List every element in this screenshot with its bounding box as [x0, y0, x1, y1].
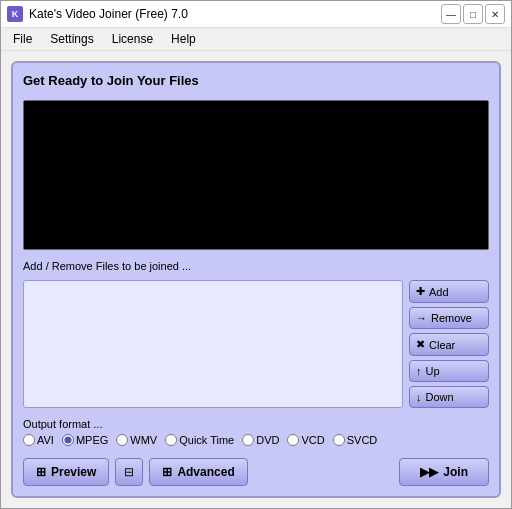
panel: Get Ready to Join Your Files Add / Remov… — [11, 61, 501, 498]
preview-icon: ⊞ — [36, 465, 46, 479]
menu-file[interactable]: File — [5, 30, 40, 48]
menu-bar: File Settings License Help — [1, 28, 511, 51]
file-buttons: ✚ Add → Remove ✖ Clear ↑ Up — [409, 280, 489, 408]
close-button[interactable]: ✕ — [485, 4, 505, 24]
remove-icon: → — [416, 312, 427, 324]
maximize-button[interactable]: □ — [463, 4, 483, 24]
menu-settings[interactable]: Settings — [42, 30, 101, 48]
minimize-button[interactable]: — — [441, 4, 461, 24]
main-content: Get Ready to Join Your Files Add / Remov… — [1, 51, 511, 508]
output-format: Output format ... AVI MPEG WMV — [23, 418, 489, 446]
app-icon: K — [7, 6, 23, 22]
down-button[interactable]: ↓ Down — [409, 386, 489, 408]
clear-icon: ✖ — [416, 338, 425, 351]
format-quicktime[interactable]: Quick Time — [165, 434, 234, 446]
join-button[interactable]: ▶▶ Join — [399, 458, 489, 486]
format-dvd[interactable]: DVD — [242, 434, 279, 446]
remove-button[interactable]: → Remove — [409, 307, 489, 329]
advanced-button[interactable]: ⊞ Advanced — [149, 458, 247, 486]
up-icon: ↑ — [416, 365, 422, 377]
format-avi[interactable]: AVI — [23, 434, 54, 446]
panel-title: Get Ready to Join Your Files — [23, 73, 489, 88]
main-window: K Kate's Video Joiner (Free) 7.0 — □ ✕ F… — [0, 0, 512, 509]
bottom-bar: ⊞ Preview ⊟ ⊞ Advanced ▶▶ Join — [23, 458, 489, 486]
format-mpeg[interactable]: MPEG — [62, 434, 108, 446]
file-section: ✚ Add → Remove ✖ Clear ↑ Up — [23, 280, 489, 408]
menu-license[interactable]: License — [104, 30, 161, 48]
format-wmv[interactable]: WMV — [116, 434, 157, 446]
join-icon: ▶▶ — [420, 465, 438, 479]
down-icon: ↓ — [416, 391, 422, 403]
menu-help[interactable]: Help — [163, 30, 204, 48]
up-button[interactable]: ↑ Up — [409, 360, 489, 382]
clear-button[interactable]: ✖ Clear — [409, 333, 489, 356]
format-vcd[interactable]: VCD — [287, 434, 324, 446]
format-svcd[interactable]: SVCD — [333, 434, 378, 446]
preview-extra-icon: ⊟ — [124, 465, 134, 479]
preview-button[interactable]: ⊞ Preview — [23, 458, 109, 486]
preview-extra-button[interactable]: ⊟ — [115, 458, 143, 486]
title-bar: K Kate's Video Joiner (Free) 7.0 — □ ✕ — [1, 1, 511, 28]
radio-group: AVI MPEG WMV Quick Time — [23, 434, 489, 446]
add-icon: ✚ — [416, 285, 425, 298]
file-section-label: Add / Remove Files to be joined ... — [23, 260, 489, 272]
advanced-icon: ⊞ — [162, 465, 172, 479]
window-title: Kate's Video Joiner (Free) 7.0 — [29, 7, 441, 21]
file-list[interactable] — [23, 280, 403, 408]
video-preview — [23, 100, 489, 250]
window-controls: — □ ✕ — [441, 4, 505, 24]
output-format-label: Output format ... — [23, 418, 489, 430]
add-button[interactable]: ✚ Add — [409, 280, 489, 303]
